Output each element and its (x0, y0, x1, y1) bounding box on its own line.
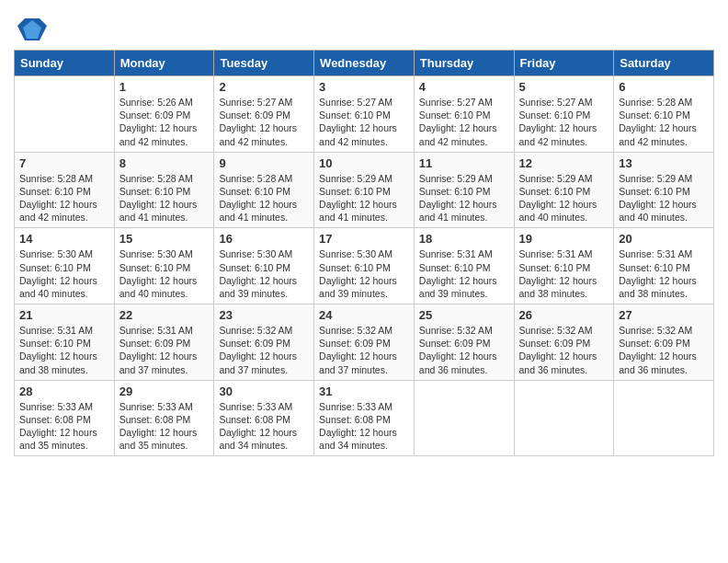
day-number: 20 (619, 232, 709, 246)
day-cell: 15Sunrise: 5:30 AM Sunset: 6:10 PM Dayli… (114, 228, 214, 304)
day-info: Sunrise: 5:29 AM Sunset: 6:10 PM Dayligh… (519, 172, 609, 224)
day-cell (15, 76, 115, 153)
day-info: Sunrise: 5:30 AM Sunset: 6:10 PM Dayligh… (19, 247, 109, 300)
day-info: Sunrise: 5:31 AM Sunset: 6:10 PM Dayligh… (619, 247, 709, 300)
day-info: Sunrise: 5:31 AM Sunset: 6:09 PM Dayligh… (119, 324, 210, 376)
day-info: Sunrise: 5:30 AM Sunset: 6:10 PM Dayligh… (319, 247, 409, 300)
day-cell: 10Sunrise: 5:29 AM Sunset: 6:10 PM Dayli… (314, 152, 415, 228)
day-number: 4 (419, 80, 509, 94)
week-row-2: 7Sunrise: 5:28 AM Sunset: 6:10 PM Daylig… (15, 152, 714, 228)
day-cell: 27Sunrise: 5:32 AM Sunset: 6:09 PM Dayli… (614, 304, 714, 381)
day-cell: 16Sunrise: 5:30 AM Sunset: 6:10 PM Dayli… (214, 228, 314, 304)
week-row-3: 14Sunrise: 5:30 AM Sunset: 6:10 PM Dayli… (15, 228, 714, 304)
day-cell: 14Sunrise: 5:30 AM Sunset: 6:10 PM Dayli… (15, 228, 115, 304)
logo (14, 15, 47, 44)
day-number: 19 (519, 232, 609, 246)
day-info: Sunrise: 5:29 AM Sunset: 6:10 PM Dayligh… (419, 172, 509, 224)
header-saturday: Saturday (614, 51, 714, 76)
day-info: Sunrise: 5:32 AM Sunset: 6:09 PM Dayligh… (419, 324, 509, 376)
day-number: 24 (319, 308, 409, 322)
day-number: 2 (219, 80, 309, 94)
day-number: 14 (19, 232, 109, 246)
day-number: 23 (219, 308, 309, 322)
day-cell: 8Sunrise: 5:28 AM Sunset: 6:10 PM Daylig… (114, 152, 214, 228)
day-number: 27 (619, 308, 709, 322)
day-cell: 23Sunrise: 5:32 AM Sunset: 6:09 PM Dayli… (214, 304, 314, 381)
day-cell: 12Sunrise: 5:29 AM Sunset: 6:10 PM Dayli… (514, 152, 614, 228)
day-cell: 13Sunrise: 5:29 AM Sunset: 6:10 PM Dayli… (614, 152, 714, 228)
day-info: Sunrise: 5:31 AM Sunset: 6:10 PM Dayligh… (19, 324, 109, 376)
day-cell: 7Sunrise: 5:28 AM Sunset: 6:10 PM Daylig… (15, 152, 115, 228)
day-number: 3 (319, 80, 409, 94)
day-number: 31 (319, 385, 409, 398)
day-info: Sunrise: 5:31 AM Sunset: 6:10 PM Dayligh… (419, 247, 509, 300)
day-cell: 11Sunrise: 5:29 AM Sunset: 6:10 PM Dayli… (414, 152, 514, 228)
week-row-1: 1Sunrise: 5:26 AM Sunset: 6:09 PM Daylig… (15, 76, 714, 153)
day-number: 1 (119, 80, 210, 94)
header-sunday: Sunday (15, 51, 115, 76)
day-cell (514, 380, 614, 456)
header-wednesday: Wednesday (314, 51, 415, 76)
header-friday: Friday (514, 51, 614, 76)
week-row-4: 21Sunrise: 5:31 AM Sunset: 6:10 PM Dayli… (15, 304, 714, 381)
day-number: 8 (119, 156, 210, 170)
day-info: Sunrise: 5:32 AM Sunset: 6:09 PM Dayligh… (219, 324, 309, 376)
day-cell (414, 380, 514, 456)
calendar-table: SundayMondayTuesdayWednesdayThursdayFrid… (14, 50, 714, 456)
day-cell: 6Sunrise: 5:28 AM Sunset: 6:10 PM Daylig… (614, 76, 714, 153)
day-number: 16 (219, 232, 309, 246)
day-cell: 4Sunrise: 5:27 AM Sunset: 6:10 PM Daylig… (414, 76, 514, 153)
day-number: 13 (619, 156, 709, 170)
day-number: 29 (119, 385, 210, 398)
day-info: Sunrise: 5:32 AM Sunset: 6:09 PM Dayligh… (319, 324, 409, 376)
day-number: 9 (219, 156, 309, 170)
day-number: 11 (419, 156, 509, 170)
day-cell: 20Sunrise: 5:31 AM Sunset: 6:10 PM Dayli… (614, 228, 714, 304)
day-cell: 19Sunrise: 5:31 AM Sunset: 6:10 PM Dayli… (514, 228, 614, 304)
day-info: Sunrise: 5:30 AM Sunset: 6:10 PM Dayligh… (219, 247, 309, 300)
header-monday: Monday (114, 51, 214, 76)
day-cell: 28Sunrise: 5:33 AM Sunset: 6:08 PM Dayli… (15, 380, 115, 456)
day-cell: 26Sunrise: 5:32 AM Sunset: 6:09 PM Dayli… (514, 304, 614, 381)
day-info: Sunrise: 5:28 AM Sunset: 6:10 PM Dayligh… (619, 96, 709, 148)
day-cell: 25Sunrise: 5:32 AM Sunset: 6:09 PM Dayli… (414, 304, 514, 381)
day-number: 30 (219, 385, 309, 398)
day-number: 12 (519, 156, 609, 170)
day-number: 15 (119, 232, 210, 246)
day-info: Sunrise: 5:30 AM Sunset: 6:10 PM Dayligh… (119, 247, 210, 300)
day-cell: 31Sunrise: 5:33 AM Sunset: 6:08 PM Dayli… (314, 380, 415, 456)
day-info: Sunrise: 5:33 AM Sunset: 6:08 PM Dayligh… (319, 400, 409, 453)
day-cell: 5Sunrise: 5:27 AM Sunset: 6:10 PM Daylig… (514, 76, 614, 153)
header-tuesday: Tuesday (214, 51, 314, 76)
day-info: Sunrise: 5:31 AM Sunset: 6:10 PM Dayligh… (519, 247, 609, 300)
day-number: 18 (419, 232, 509, 246)
day-info: Sunrise: 5:27 AM Sunset: 6:10 PM Dayligh… (519, 96, 609, 148)
day-info: Sunrise: 5:27 AM Sunset: 6:10 PM Dayligh… (419, 96, 509, 148)
day-number: 10 (319, 156, 409, 170)
day-number: 7 (19, 156, 109, 170)
day-cell: 18Sunrise: 5:31 AM Sunset: 6:10 PM Dayli… (414, 228, 514, 304)
day-info: Sunrise: 5:32 AM Sunset: 6:09 PM Dayligh… (519, 324, 609, 376)
day-info: Sunrise: 5:27 AM Sunset: 6:10 PM Dayligh… (319, 96, 409, 148)
day-number: 21 (19, 308, 109, 322)
day-number: 28 (19, 385, 109, 398)
day-info: Sunrise: 5:28 AM Sunset: 6:10 PM Dayligh… (19, 172, 109, 224)
header-thursday: Thursday (414, 51, 514, 76)
day-cell: 29Sunrise: 5:33 AM Sunset: 6:08 PM Dayli… (114, 380, 214, 456)
day-cell (614, 380, 714, 456)
day-cell: 30Sunrise: 5:33 AM Sunset: 6:08 PM Dayli… (214, 380, 314, 456)
day-cell: 2Sunrise: 5:27 AM Sunset: 6:09 PM Daylig… (214, 76, 314, 153)
day-info: Sunrise: 5:29 AM Sunset: 6:10 PM Dayligh… (619, 172, 709, 224)
calendar-header-row: SundayMondayTuesdayWednesdayThursdayFrid… (15, 51, 714, 76)
day-cell: 22Sunrise: 5:31 AM Sunset: 6:09 PM Dayli… (114, 304, 214, 381)
logo-icon (17, 15, 47, 44)
day-info: Sunrise: 5:33 AM Sunset: 6:08 PM Dayligh… (19, 400, 109, 453)
page-header (14, 9, 714, 44)
day-info: Sunrise: 5:33 AM Sunset: 6:08 PM Dayligh… (119, 400, 210, 453)
day-number: 25 (419, 308, 509, 322)
day-info: Sunrise: 5:28 AM Sunset: 6:10 PM Dayligh… (119, 172, 210, 224)
week-row-5: 28Sunrise: 5:33 AM Sunset: 6:08 PM Dayli… (15, 380, 714, 456)
day-cell: 21Sunrise: 5:31 AM Sunset: 6:10 PM Dayli… (15, 304, 115, 381)
day-number: 5 (519, 80, 609, 94)
day-cell: 24Sunrise: 5:32 AM Sunset: 6:09 PM Dayli… (314, 304, 415, 381)
